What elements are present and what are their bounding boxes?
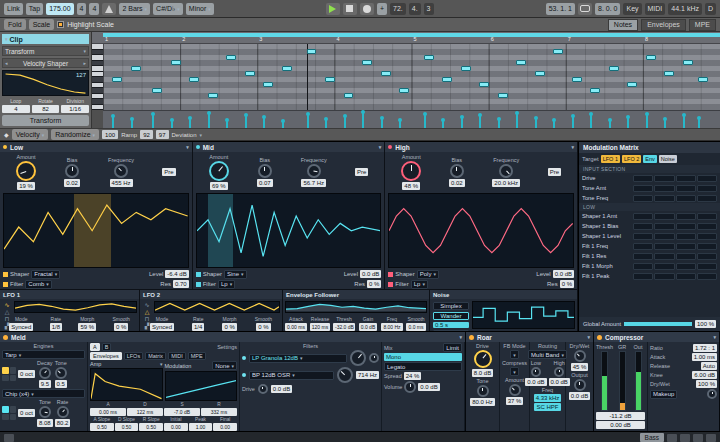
release-value[interactable]: Auto bbox=[701, 362, 717, 370]
lfo-mode[interactable]: Synced bbox=[9, 323, 33, 331]
lfo-shape-list[interactable]: ∿△⊓▞≍ bbox=[142, 301, 152, 313]
midi-note[interactable] bbox=[698, 77, 708, 82]
midi-note[interactable] bbox=[399, 88, 409, 93]
matrix-cell[interactable] bbox=[633, 233, 653, 240]
sustain-field[interactable]: -7.0 dB bbox=[164, 408, 200, 416]
makeup-knob[interactable] bbox=[707, 389, 717, 399]
velocity-stem[interactable] bbox=[516, 113, 518, 128]
velocity-stem[interactable] bbox=[152, 114, 154, 128]
velocity-stem[interactable] bbox=[698, 118, 700, 128]
band-activator[interactable] bbox=[3, 145, 7, 149]
frequency-value[interactable]: 56.7 Hz bbox=[301, 179, 326, 187]
amount-knob[interactable] bbox=[401, 161, 421, 181]
lfo-rate[interactable]: 1/8 bbox=[50, 323, 62, 331]
attack-value[interactable]: 1.00 ms bbox=[692, 353, 717, 361]
pre-button[interactable]: Pre bbox=[355, 168, 368, 176]
note-grid[interactable] bbox=[103, 44, 720, 110]
midi-note[interactable] bbox=[325, 77, 335, 82]
midi-note[interactable] bbox=[609, 66, 619, 71]
velocity-stem[interactable] bbox=[609, 120, 611, 129]
thresh-value[interactable]: -32.0 dB bbox=[333, 323, 355, 331]
velocity-stem[interactable] bbox=[282, 121, 284, 128]
thresh-meter[interactable] bbox=[601, 351, 608, 411]
lfo-display[interactable] bbox=[154, 301, 280, 313]
frequency-value[interactable]: 20.0 kHz bbox=[492, 179, 520, 187]
link-button[interactable]: Link bbox=[4, 3, 23, 15]
matrix-cell[interactable] bbox=[633, 253, 653, 260]
shaper-level[interactable]: 0.0 dB bbox=[360, 270, 381, 278]
time-sig-denominator[interactable]: 4 bbox=[89, 3, 99, 15]
loop-button[interactable] bbox=[578, 3, 592, 15]
filter-res[interactable]: 0.70 bbox=[173, 280, 189, 288]
release-value[interactable]: 120 ms bbox=[310, 323, 330, 331]
matrix-cell[interactable] bbox=[697, 233, 717, 240]
bias-value[interactable]: 0.07 bbox=[257, 179, 273, 187]
final-field[interactable]: 0.00 bbox=[213, 423, 237, 431]
matrix-row[interactable]: Shaper 1 Level bbox=[579, 231, 720, 241]
midi-note[interactable] bbox=[572, 77, 582, 82]
midi-note[interactable] bbox=[553, 49, 563, 54]
source-env[interactable]: Env bbox=[643, 155, 656, 163]
spread-value[interactable]: 24 % bbox=[404, 372, 422, 380]
drive-value[interactable]: 0.0 dB bbox=[271, 385, 292, 393]
band-header[interactable]: Mid▾ bbox=[193, 142, 385, 152]
quantize-menu[interactable]: 2 Bars ▾ bbox=[119, 3, 150, 15]
engine-a-knob2[interactable] bbox=[55, 367, 67, 379]
play-button[interactable] bbox=[326, 3, 340, 15]
matrix-cell[interactable] bbox=[676, 233, 696, 240]
band-activator[interactable] bbox=[196, 145, 200, 149]
engine-b-knob2[interactable] bbox=[57, 406, 69, 418]
velocity-stem[interactable] bbox=[479, 115, 481, 128]
midi-note[interactable] bbox=[208, 93, 218, 98]
lfo-display[interactable] bbox=[14, 301, 137, 313]
source-lfo1[interactable]: LFO 1 bbox=[601, 155, 620, 163]
filter-type-menu[interactable]: Comb▾ bbox=[25, 280, 52, 289]
velocity-stem[interactable] bbox=[208, 113, 210, 128]
indicator-box[interactable] bbox=[667, 434, 677, 442]
velocity-stem[interactable] bbox=[263, 117, 265, 128]
decay-field[interactable]: 122 ms bbox=[127, 408, 163, 416]
high-knob[interactable] bbox=[554, 367, 564, 377]
velocity-stem[interactable] bbox=[572, 116, 574, 128]
low-value[interactable]: 0.0 dB bbox=[525, 378, 546, 386]
dry-wet-value[interactable]: 45 % bbox=[571, 363, 589, 371]
bias-value[interactable]: 0.02 bbox=[449, 179, 465, 187]
midi-note[interactable] bbox=[683, 60, 693, 65]
freq-value[interactable]: 8.00 Hz bbox=[381, 323, 402, 331]
amount-knob[interactable] bbox=[209, 161, 229, 181]
attack-value[interactable]: 0.00 ms bbox=[285, 323, 307, 331]
engine-b-knob2-value[interactable]: 80.2 bbox=[55, 419, 71, 427]
velocity-stem[interactable] bbox=[131, 119, 133, 128]
shaper-type-menu[interactable]: Poly▾ bbox=[417, 270, 439, 279]
amount-value[interactable]: 69 % bbox=[210, 182, 228, 190]
frequency-knob[interactable] bbox=[499, 164, 513, 178]
amount-value[interactable]: 48 % bbox=[402, 182, 420, 190]
filter2-type-menu[interactable]: BP 12dB OSR▾ bbox=[249, 371, 334, 380]
velocity-stem[interactable] bbox=[535, 118, 537, 128]
tone-freq-value[interactable]: 80.0 Hz bbox=[470, 398, 495, 406]
matrix-cell[interactable] bbox=[654, 175, 674, 182]
filter1-type-menu[interactable]: LP Granola 12dB▾ bbox=[249, 354, 347, 363]
matrix-cell[interactable] bbox=[676, 175, 696, 182]
piano-key-white[interactable] bbox=[92, 105, 103, 111]
matrix-cell[interactable] bbox=[676, 243, 696, 250]
matrix-cell[interactable] bbox=[654, 213, 674, 220]
matrix-cell[interactable] bbox=[676, 185, 696, 192]
lfo-smooth[interactable]: 0 % bbox=[256, 323, 270, 331]
engine-b-octave[interactable]: 0 oct bbox=[18, 409, 35, 417]
matrix-cell[interactable] bbox=[633, 263, 653, 270]
matrix-cell[interactable] bbox=[654, 233, 674, 240]
routing-menu[interactable]: Multi Band▾ bbox=[528, 350, 567, 359]
tab-midi[interactable]: MIDI bbox=[168, 352, 186, 360]
midi-note[interactable] bbox=[171, 60, 181, 65]
band-activator[interactable] bbox=[388, 145, 392, 149]
output-knob[interactable] bbox=[574, 379, 586, 391]
midi-note[interactable] bbox=[664, 71, 674, 76]
peak-field[interactable]: 1.00 bbox=[189, 423, 213, 431]
metronome-button[interactable] bbox=[102, 3, 116, 15]
matrix-cell[interactable] bbox=[676, 223, 696, 230]
matrix-cell[interactable] bbox=[697, 175, 717, 182]
midi-note[interactable] bbox=[226, 55, 236, 60]
engine-a-knob2-value[interactable]: 0.5 bbox=[55, 380, 67, 388]
frequency-knob[interactable] bbox=[307, 164, 321, 178]
